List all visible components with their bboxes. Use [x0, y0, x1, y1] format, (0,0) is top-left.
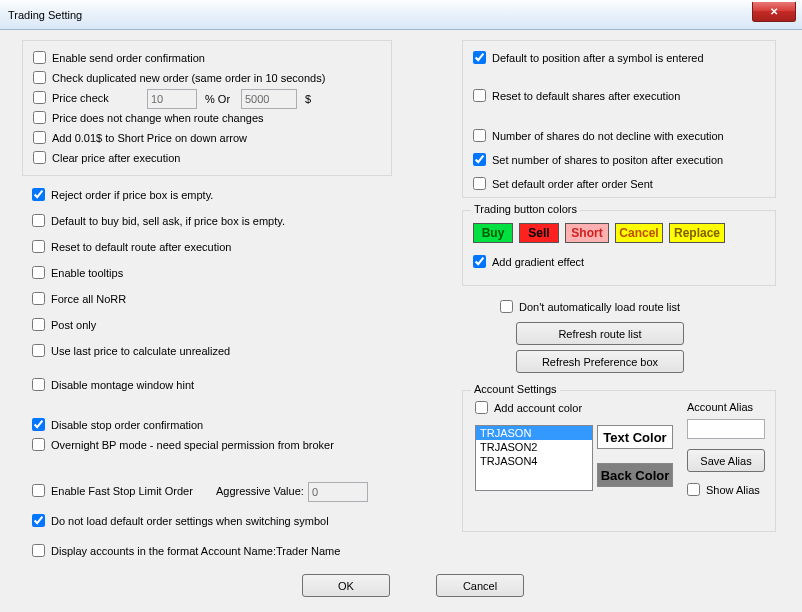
post-only[interactable]: Post only	[32, 318, 96, 331]
clear-price-after-exec-checkbox[interactable]	[33, 151, 46, 164]
enable-tooltips-checkbox[interactable]	[32, 266, 45, 279]
shares-options-group: Default to position after a symbol is en…	[462, 40, 776, 198]
default-buy-bid-checkbox[interactable]	[32, 214, 45, 227]
enable-fast-stop-limit[interactable]: Enable Fast Stop Limit Order	[32, 484, 193, 497]
default-to-position-checkbox[interactable]	[473, 51, 486, 64]
account-settings-group: Account Settings Add account color TRJAS…	[462, 390, 776, 532]
trading-button-colors-legend: Trading button colors	[471, 203, 580, 215]
reset-default-shares[interactable]: Reset to default shares after execution	[473, 89, 680, 102]
do-not-load-default-order-checkbox[interactable]	[32, 514, 45, 527]
show-alias-checkbox[interactable]	[687, 483, 700, 496]
ok-button[interactable]: OK	[302, 574, 390, 597]
check-duplicated-order-checkbox[interactable]	[33, 71, 46, 84]
dont-auto-load-route[interactable]: Don't automatically load route list	[500, 300, 680, 313]
window-title: Trading Setting	[8, 9, 82, 21]
reject-empty-price[interactable]: Reject order if price box is empty.	[32, 188, 213, 201]
add-001-short[interactable]: Add 0.01$ to Short Price on down arrow	[33, 131, 247, 144]
close-icon: ✕	[770, 6, 778, 17]
add-001-short-checkbox[interactable]	[33, 131, 46, 144]
refresh-route-list-button[interactable]: Refresh route list	[516, 322, 684, 345]
price-options-group: Enable send order confirmation Check dup…	[22, 40, 392, 176]
account-item[interactable]: TRJASON4	[476, 454, 592, 468]
save-alias-button[interactable]: Save Alias	[687, 449, 765, 472]
trading-button-colors-group: Trading button colors Buy Sell Short Can…	[462, 210, 776, 286]
default-to-position[interactable]: Default to position after a symbol is en…	[473, 51, 704, 64]
force-norr-checkbox[interactable]	[32, 292, 45, 305]
refresh-preference-box-button[interactable]: Refresh Preference box	[516, 350, 684, 373]
default-buy-bid[interactable]: Default to buy bid, sell ask, if price b…	[32, 214, 285, 227]
disable-montage-hint-checkbox[interactable]	[32, 378, 45, 391]
sell-color-swatch[interactable]: Sell	[519, 223, 559, 243]
account-settings-legend: Account Settings	[471, 383, 560, 395]
short-color-swatch[interactable]: Short	[565, 223, 609, 243]
close-button[interactable]: ✕	[752, 2, 796, 22]
back-color-button[interactable]: Back Color	[597, 463, 673, 487]
display-accounts-format-checkbox[interactable]	[32, 544, 45, 557]
add-gradient-effect[interactable]: Add gradient effect	[473, 255, 584, 268]
display-accounts-format[interactable]: Display accounts in the format Account N…	[32, 544, 340, 557]
reset-route-after-exec-checkbox[interactable]	[32, 240, 45, 253]
account-item[interactable]: TRJASON	[476, 426, 592, 440]
disable-stop-confirm[interactable]: Disable stop order confirmation	[32, 418, 203, 431]
pct-or-label: % Or	[205, 93, 230, 105]
account-listbox[interactable]: TRJASON TRJASON2 TRJASON4	[475, 425, 593, 491]
add-account-color[interactable]: Add account color	[475, 401, 582, 414]
clear-price-after-exec[interactable]: Clear price after execution	[33, 151, 180, 164]
reject-empty-price-checkbox[interactable]	[32, 188, 45, 201]
enable-send-order-confirm-checkbox[interactable]	[33, 51, 46, 64]
account-item[interactable]: TRJASON2	[476, 440, 592, 454]
disable-montage-hint[interactable]: Disable montage window hint	[32, 378, 194, 391]
show-alias[interactable]: Show Alias	[687, 483, 760, 496]
add-gradient-effect-checkbox[interactable]	[473, 255, 486, 268]
overnight-bp-mode-checkbox[interactable]	[32, 438, 45, 451]
price-check-pct-input[interactable]	[147, 89, 197, 109]
enable-fast-stop-limit-checkbox[interactable]	[32, 484, 45, 497]
overnight-bp-mode[interactable]: Overnight BP mode - need special permiss…	[32, 438, 334, 451]
shares-no-decline[interactable]: Number of shares do not decline with exe…	[473, 129, 724, 142]
enable-tooltips[interactable]: Enable tooltips	[32, 266, 123, 279]
account-alias-input[interactable]	[687, 419, 765, 439]
aggressive-value-label: Aggressive Value:	[216, 485, 304, 497]
add-account-color-checkbox[interactable]	[475, 401, 488, 414]
reset-default-shares-checkbox[interactable]	[473, 89, 486, 102]
price-no-change-route-checkbox[interactable]	[33, 111, 46, 124]
dollar-label: $	[305, 93, 311, 105]
cancel-color-swatch[interactable]: Cancel	[615, 223, 663, 243]
set-default-after-sent-checkbox[interactable]	[473, 177, 486, 190]
set-shares-to-position-checkbox[interactable]	[473, 153, 486, 166]
replace-color-swatch[interactable]: Replace	[669, 223, 725, 243]
price-no-change-route[interactable]: Price does not change when route changes	[33, 111, 264, 124]
price-check[interactable]: Price check	[33, 91, 109, 104]
force-norr[interactable]: Force all NoRR	[32, 292, 126, 305]
titlebar: Trading Setting ✕	[0, 0, 802, 30]
text-color-button[interactable]: Text Color	[597, 425, 673, 449]
cancel-button[interactable]: Cancel	[436, 574, 524, 597]
check-duplicated-order[interactable]: Check duplicated new order (same order i…	[33, 71, 325, 84]
price-check-checkbox[interactable]	[33, 91, 46, 104]
use-last-price-unrealized[interactable]: Use last price to calculate unrealized	[32, 344, 230, 357]
shares-no-decline-checkbox[interactable]	[473, 129, 486, 142]
client-area: Enable send order confirmation Check dup…	[0, 30, 802, 612]
set-shares-to-position[interactable]: Set number of shares to positon after ex…	[473, 153, 723, 166]
set-default-after-sent[interactable]: Set default order after order Sent	[473, 177, 653, 190]
aggressive-value-input[interactable]	[308, 482, 368, 502]
reset-route-after-exec[interactable]: Reset to default route after execution	[32, 240, 231, 253]
dont-auto-load-route-checkbox[interactable]	[500, 300, 513, 313]
use-last-price-unrealized-checkbox[interactable]	[32, 344, 45, 357]
account-alias-label: Account Alias	[687, 401, 753, 413]
enable-send-order-confirm[interactable]: Enable send order confirmation	[33, 51, 205, 64]
post-only-checkbox[interactable]	[32, 318, 45, 331]
buy-color-swatch[interactable]: Buy	[473, 223, 513, 243]
disable-stop-confirm-checkbox[interactable]	[32, 418, 45, 431]
do-not-load-default-order[interactable]: Do not load default order settings when …	[32, 514, 329, 527]
price-check-dollar-input[interactable]	[241, 89, 297, 109]
